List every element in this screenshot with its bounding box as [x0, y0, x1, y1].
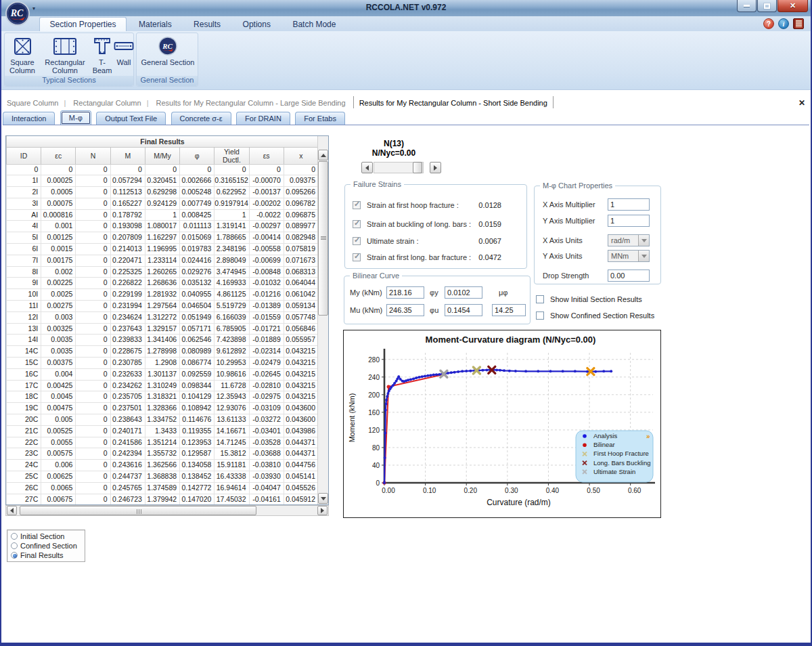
table-cell: 1.281932: [145, 289, 179, 301]
tab-for-drain[interactable]: For DRAIN: [236, 112, 290, 125]
dropdown-arrow-icon[interactable]: [638, 251, 649, 261]
info-icon[interactable]: i: [778, 18, 789, 29]
table-row[interactable]: 17C0.0042500.2342621.3102490.09834411.67…: [7, 380, 319, 391]
table-row[interactable]: 8I0.00200.2253251.2602650.0292763.474945…: [7, 266, 319, 278]
hoop-fracture-checkbox[interactable]: [353, 201, 361, 209]
table-row[interactable]: 16C0.00400.2326331.3011370.09255910.9861…: [7, 368, 319, 380]
table-row[interactable]: 15C0.0037500.2307851.29080.08677410.2995…: [7, 358, 319, 369]
close-button[interactable]: ✕: [777, 0, 808, 12]
x-units-dropdown[interactable]: rad/m: [608, 234, 650, 246]
bars-buckling-checkbox[interactable]: [353, 220, 361, 228]
table-row[interactable]: 3I0.0007500.1652270.9241290.0077490.9197…: [7, 198, 319, 209]
vertical-scroll-thumb[interactable]: [318, 161, 328, 316]
table-row[interactable]: 6I0.001500.2140131.1969950.0197832.34819…: [7, 244, 319, 255]
help-icon[interactable]: ?: [763, 18, 774, 29]
t-beam-button[interactable]: T- Beam: [91, 35, 113, 74]
table-row[interactable]: 12I0.00300.2346241.3122720.0519496.16603…: [7, 311, 319, 323]
manual-book-icon[interactable]: [793, 18, 804, 29]
table-row[interactable]: 11I0.0027500.2319941.2975640.0465045.519…: [7, 301, 319, 312]
table-row[interactable]: 18C0.004500.2357051.3183210.10412912.359…: [7, 391, 319, 403]
load-step-slider-thumb[interactable]: [413, 162, 422, 173]
doc-tab-square-column[interactable]: Square Column: [1, 96, 64, 108]
table-row[interactable]: 21C0.0052500.2401711.34330.11935514.1667…: [7, 425, 319, 437]
table-horizontal-scrollbar[interactable]: [5, 505, 329, 516]
table-row[interactable]: 24C0.00600.2436161.3625660.13405815.9118…: [7, 460, 319, 471]
title-bar[interactable]: RCCOLA.NET v0.972 ✕: [0, 0, 812, 16]
ultimate-strain-checkbox[interactable]: [353, 237, 361, 245]
table-row[interactable]: 13I0.0032500.2376431.3291570.0571716.785…: [7, 323, 319, 335]
document-close-icon[interactable]: ✕: [798, 98, 805, 108]
bar-fracture-checkbox[interactable]: [353, 253, 361, 261]
table-row[interactable]: 7I0.0017500.2204711.2331140.0244162.8980…: [7, 255, 319, 266]
tab-output-text-file[interactable]: Output Text File: [96, 112, 166, 125]
table-row[interactable]: 14C0.003500.2286751.2789980.0809899.6128…: [7, 346, 319, 358]
table-row[interactable]: 10I0.002500.2291991.2819320.0409554.8611…: [7, 289, 319, 301]
load-step-left-button[interactable]: [361, 162, 373, 173]
table-row[interactable]: 1I0.0002500.0572940.3204510.0026660.3165…: [7, 175, 319, 187]
table-row[interactable]: 2I0.000500.1125130.6292980.0052480.62295…: [7, 187, 319, 198]
y-multiplier-input[interactable]: [608, 215, 650, 227]
doc-tab-results-large-side[interactable]: Results for My Rectangular Column - Larg…: [151, 96, 351, 108]
ribbon-tab-section-properties[interactable]: Section Properties: [39, 17, 126, 31]
mu-input[interactable]: [386, 304, 424, 316]
ribbon-tab-options[interactable]: Options: [233, 18, 280, 31]
table-row[interactable]: AI0.00081600.17879210.0084251-0.00220.09…: [7, 209, 319, 221]
app-logo-icon[interactable]: RC: [5, 1, 30, 26]
quick-access-arrow-icon[interactable]: ▾: [32, 5, 35, 12]
doc-tab-rectangular-column[interactable]: Rectangular Column: [68, 96, 146, 108]
initial-section-radio[interactable]: [11, 533, 18, 540]
phiy-input[interactable]: [445, 286, 482, 299]
table-row[interactable]: 23C0.0057500.2423941.3557320.12958715.38…: [7, 448, 319, 460]
table-cell: 15.91181: [215, 460, 249, 471]
table-cell: AI: [7, 209, 41, 221]
table-row[interactable]: 5I0.0012500.2078091.1622970.0150691.7886…: [7, 232, 319, 244]
table-row[interactable]: 19C0.0047500.2375011.3283660.10894212.93…: [7, 403, 319, 414]
ribbon-tab-materials[interactable]: Materials: [129, 18, 181, 31]
drop-strength-input[interactable]: [608, 270, 650, 282]
square-column-button[interactable]: Square Column: [6, 35, 39, 74]
table-row[interactable]: 22C0.005500.2415861.3512140.12395314.712…: [7, 437, 319, 448]
x-multiplier-input[interactable]: [608, 198, 650, 211]
show-confined-results-checkbox[interactable]: [536, 311, 544, 320]
scroll-up-button[interactable]: [318, 150, 328, 160]
table-row[interactable]: 26C0.006500.2457651.3745890.14277216.946…: [7, 482, 319, 494]
mu-phi-input[interactable]: [492, 304, 526, 316]
scroll-right-button[interactable]: [317, 506, 328, 515]
svg-text:RC: RC: [10, 8, 24, 18]
table-cell: 0.071673: [284, 255, 318, 266]
tab-interaction[interactable]: Interaction: [3, 112, 55, 125]
column-header: Yield Ductl.: [215, 147, 249, 164]
table-row[interactable]: 14I0.003500.2398331.3414060.0625467.4238…: [7, 335, 319, 346]
maximize-button[interactable]: [757, 0, 777, 12]
table-vertical-scrollbar[interactable]: [317, 136, 328, 504]
rectangular-column-button[interactable]: Rectangular Column: [39, 35, 91, 74]
y-units-dropdown[interactable]: MNm: [608, 250, 650, 262]
ribbon-tab-results[interactable]: Results: [184, 18, 230, 31]
minimize-button[interactable]: [737, 0, 757, 12]
tab-concrete-sigma-epsilon[interactable]: Concrete σ-ε: [171, 112, 231, 125]
table-row[interactable]: 000000000: [7, 164, 319, 175]
wall-button[interactable]: Wall: [113, 35, 135, 66]
table-row[interactable]: 4I0.00100.1930981.0800170.0111131.319141…: [7, 221, 319, 232]
dropdown-arrow-icon[interactable]: [638, 235, 649, 246]
tab-for-etabs[interactable]: For Etabs: [295, 112, 345, 125]
doc-tab-results-short-side[interactable]: Results for My Rectangular Column - Shor…: [353, 96, 554, 108]
general-section-button[interactable]: RC General Section: [141, 35, 195, 66]
horizontal-scroll-thumb[interactable]: [20, 506, 256, 515]
table-row[interactable]: 9I0.0022500.2268221.2686360.0351324.1699…: [7, 278, 319, 289]
my-input[interactable]: [386, 286, 424, 299]
confined-section-radio[interactable]: [11, 542, 18, 549]
table-cell: 0: [7, 164, 41, 175]
table-row[interactable]: 27C0.0067500.2467231.3799420.14702017.45…: [7, 494, 319, 505]
tab-m-phi[interactable]: M-φ: [60, 110, 91, 125]
phiu-input[interactable]: [445, 304, 482, 316]
table-row[interactable]: 25C0.0062500.2447371.3688380.13845216.43…: [7, 471, 319, 483]
show-initial-results-checkbox[interactable]: [536, 295, 544, 303]
table-cell: 0.043215: [284, 380, 318, 391]
ribbon-tab-batch-mode[interactable]: Batch Mode: [283, 18, 345, 31]
final-results-radio[interactable]: [11, 552, 18, 559]
scroll-down-button[interactable]: [318, 493, 328, 504]
scroll-left-button[interactable]: [7, 506, 17, 515]
table-row[interactable]: 20C0.00500.2386431.3347520.11467613.6113…: [7, 414, 319, 426]
load-step-right-button[interactable]: [430, 162, 441, 173]
